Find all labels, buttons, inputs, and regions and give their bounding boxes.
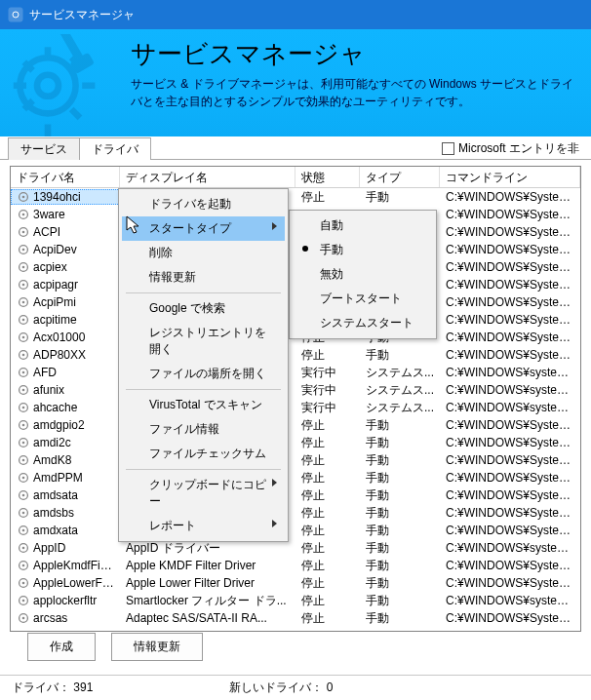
- table-row[interactable]: ahcache実行中システムス...C:¥WINDOWS¥system32¥DR…: [11, 399, 580, 416]
- cell-cmd: C:¥WINDOWS¥System32¥drivers: [440, 559, 580, 572]
- table-row[interactable]: ADP80XX停止手動C:¥WINDOWS¥System32¥drivers: [11, 346, 580, 364]
- cell-type: 手動: [360, 610, 440, 627]
- table-row[interactable]: amdxataamdxata停止手動C:¥WINDOWS¥System32¥dr…: [11, 522, 580, 539]
- submenu-arrow-icon: [272, 520, 277, 527]
- gear-icon: [17, 366, 30, 379]
- svg-point-29: [22, 389, 25, 392]
- cell-name: 3ware: [33, 208, 65, 221]
- table-row[interactable]: amdgpio2停止手動C:¥WINDOWS¥System32¥drivers: [11, 416, 580, 434]
- table-row[interactable]: AppleLowerFilterApple Lower Filter Drive…: [11, 574, 580, 592]
- tab-services[interactable]: サービス: [8, 137, 80, 160]
- svg-point-3: [37, 75, 59, 97]
- ctx-fileinfo[interactable]: ファイル情報: [122, 417, 285, 442]
- svg-point-15: [22, 266, 25, 269]
- separator: [126, 469, 281, 470]
- table-row[interactable]: AmdPPM停止手動C:¥WINDOWS¥System32¥drivers: [11, 469, 580, 486]
- gear-icon: [17, 471, 30, 485]
- cell-status: 停止: [296, 347, 360, 364]
- ctx-report[interactable]: レポート: [122, 514, 285, 538]
- cell-status: 停止: [296, 470, 360, 486]
- bottom-buttons: 作成 情報更新: [27, 633, 203, 661]
- ctx-report-label: レポート: [149, 519, 196, 532]
- cell-display: AppID ドライバー: [120, 540, 296, 557]
- ctx-clipboard[interactable]: クリップボードにコピー: [122, 473, 285, 514]
- gear-icon: [17, 278, 30, 292]
- svg-point-17: [22, 284, 25, 287]
- cell-name: amdxata: [33, 524, 78, 537]
- table-row[interactable]: 1394ohci停止手動C:¥WINDOWS¥System32¥drivers: [11, 188, 580, 206]
- ctx-regopen[interactable]: レジストリエントリを開く: [122, 321, 285, 362]
- table-row[interactable]: afunix実行中システムス...C:¥WINDOWS¥system32¥dri…: [11, 381, 580, 399]
- gear-icon: [17, 453, 30, 467]
- svg-point-39: [22, 477, 25, 480]
- table-row[interactable]: arcsasAdaptec SAS/SATA-II RA...停止手動C:¥WI…: [11, 609, 580, 627]
- cell-status: 停止: [296, 610, 360, 627]
- svg-point-21: [22, 319, 25, 322]
- svg-point-31: [22, 407, 25, 409]
- table-row[interactable]: applockerfltrSmartlocker フィルター ドラ...停止手動…: [11, 592, 580, 609]
- col-name[interactable]: ドライバ名: [11, 167, 120, 187]
- ctx-refresh[interactable]: 情報更新: [122, 265, 285, 290]
- page-title: サービスマネージャ: [131, 37, 577, 71]
- ctx-checksum[interactable]: ファイルチェックサム: [122, 442, 285, 466]
- cell-name: AcpiPmi: [33, 295, 76, 309]
- cell-status: 停止: [296, 417, 360, 434]
- cell-name: acpiex: [33, 260, 67, 274]
- ctx-google[interactable]: Google で検索: [122, 296, 285, 321]
- ctx-fileloc[interactable]: ファイルの場所を開く: [122, 362, 285, 386]
- cell-cmd: C:¥WINDOWS¥System32¥drivers: [440, 208, 580, 221]
- sub-boot[interactable]: ブートスタート: [293, 287, 433, 311]
- ctx-start[interactable]: ドライバを起動: [122, 192, 285, 216]
- cell-status: 停止: [296, 558, 360, 574]
- sub-auto[interactable]: 自動: [293, 214, 433, 238]
- gear-icon: [17, 295, 30, 309]
- table-row[interactable]: amdsbsamdsbs停止手動C:¥WINDOWS¥System32¥driv…: [11, 504, 580, 522]
- sub-disabled[interactable]: 無効: [293, 262, 433, 287]
- table-row[interactable]: amdi2c停止手動C:¥WINDOWS¥System32¥drivers: [11, 434, 580, 451]
- gear-icon: [17, 348, 30, 362]
- cell-name: applockerfltr: [33, 594, 97, 607]
- tab-drivers[interactable]: ドライバ: [79, 137, 151, 160]
- cell-cmd: C:¥WINDOWS¥System32¥drivers: [440, 453, 580, 467]
- table-row[interactable]: AFD実行中システムス...C:¥WINDOWS¥system32¥driver…: [11, 364, 580, 381]
- cell-name: 1394ohci: [33, 190, 81, 204]
- ctx-vt[interactable]: VirusTotal でスキャン: [122, 393, 285, 417]
- svg-point-37: [22, 459, 25, 462]
- cell-cmd: C:¥WINDOWS¥System32¥drivers: [440, 506, 580, 520]
- svg-point-9: [22, 214, 25, 216]
- gear-icon: [17, 436, 30, 449]
- table-row[interactable]: AppIDAppID ドライバー停止手動C:¥WINDOWS¥system32¥…: [11, 539, 580, 557]
- table-row[interactable]: AmdK8停止手動C:¥WINDOWS¥System32¥drivers: [11, 451, 580, 469]
- gear-icon: [17, 190, 30, 204]
- table-row[interactable]: AppleKmdfFilterApple KMDF Filter Driver停…: [11, 557, 580, 574]
- col-cmd[interactable]: コマンドライン: [440, 167, 580, 187]
- status-bar: ドライバ： 391 新しいドライバ： 0: [0, 675, 591, 700]
- ctx-clipboard-label: クリップボードにコピー: [149, 478, 266, 508]
- table-row[interactable]: amdsataamdsata停止手動C:¥WINDOWS¥System32¥dr…: [11, 486, 580, 504]
- col-display[interactable]: ディスプレイ名: [120, 167, 296, 187]
- hide-ms-option[interactable]: Microsoft エントリを非: [442, 140, 579, 157]
- cell-status: 停止: [296, 189, 360, 206]
- cell-status: 停止: [296, 487, 360, 504]
- svg-point-35: [22, 442, 25, 445]
- cell-cmd: C:¥WINDOWS¥System32¥Drivers: [440, 260, 580, 274]
- cell-name: AppID: [33, 541, 65, 555]
- cell-type: 手動: [360, 575, 440, 592]
- cell-cmd: C:¥WINDOWS¥System32¥drivers: [440, 313, 580, 327]
- refresh-button[interactable]: 情報更新: [111, 633, 203, 661]
- col-status[interactable]: 状態: [296, 167, 360, 187]
- hide-ms-checkbox[interactable]: [442, 142, 454, 155]
- col-type[interactable]: タイプ: [360, 167, 440, 187]
- ctx-delete[interactable]: 削除: [122, 241, 285, 265]
- sub-system[interactable]: システムスタート: [293, 311, 433, 335]
- cell-name: acpitime: [33, 313, 77, 327]
- cell-status: 停止: [296, 540, 360, 557]
- ctx-starttype[interactable]: スタートタイプ: [122, 216, 285, 241]
- separator: [126, 292, 281, 293]
- svg-point-51: [22, 582, 25, 585]
- sub-manual[interactable]: 手動: [293, 238, 433, 262]
- cell-display: Apple KMDF Filter Driver: [120, 559, 296, 572]
- create-button[interactable]: 作成: [27, 633, 96, 661]
- svg-point-27: [22, 371, 25, 374]
- titlebar: サービスマネージャ: [0, 0, 591, 29]
